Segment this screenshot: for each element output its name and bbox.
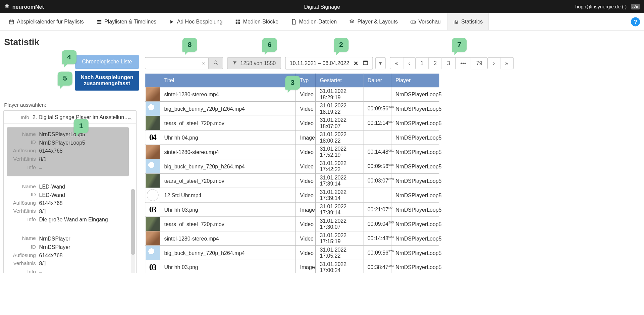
th-started[interactable]: Gestartet bbox=[315, 74, 363, 87]
row-thumb bbox=[145, 173, 160, 188]
row-started: 31.01.2022 17:39:14 bbox=[315, 173, 363, 188]
filter-button[interactable]: 1258 von 1550 bbox=[227, 57, 281, 69]
page-last-button[interactable]: » bbox=[500, 57, 514, 69]
player-info: Die große Wand am Eingang bbox=[39, 216, 125, 224]
play-icon bbox=[169, 19, 174, 24]
page-next-button[interactable]: › bbox=[488, 57, 500, 69]
row-player: NrnDSPlayerLoop5 bbox=[391, 231, 439, 246]
row-started: 31.01.2022 17:39:14 bbox=[315, 188, 363, 202]
th-title[interactable]: Titel bbox=[160, 74, 296, 87]
row-player: NrnDSPlayerLoop5 bbox=[391, 101, 439, 116]
row-thumb bbox=[145, 188, 160, 202]
th-thumb[interactable] bbox=[145, 74, 160, 87]
player-ratio: 8/1 bbox=[39, 208, 125, 216]
row-started: 31.01.2022 17:00:24 bbox=[315, 260, 363, 273]
callout-7: 7 bbox=[452, 38, 467, 52]
table-row[interactable]: 03 Uhr hh 03.png Image 31.01.2022 17:00:… bbox=[145, 260, 439, 273]
table-row[interactable]: tears_of_steel_720p.mov Video 31.01.2022… bbox=[145, 116, 439, 130]
page-title: Statistik bbox=[3, 34, 137, 53]
callout-8: 8 bbox=[182, 38, 197, 52]
table-row[interactable]: 04 Uhr hh 04.png Image 31.01.2022 18:00:… bbox=[145, 130, 439, 145]
nav-tab-list[interactable]: Playlisten & Timelines bbox=[90, 13, 163, 30]
nav-tab-label: Medien-Dateien bbox=[299, 18, 337, 24]
sidebar-scrollbar[interactable] bbox=[131, 189, 135, 273]
player-ratio: 8/1 bbox=[39, 260, 125, 268]
row-duration: 00:14:48023 bbox=[363, 231, 391, 246]
home-icon bbox=[4, 3, 10, 10]
row-type: Video bbox=[296, 116, 316, 130]
player-info: – bbox=[39, 268, 125, 273]
nav-tab-file[interactable]: Medien-Dateien bbox=[285, 13, 343, 30]
player-card[interactable]: NameNrnDSPlayer IDNrnDSPlayer Auflösung6… bbox=[7, 231, 129, 273]
row-started: 31.01.2022 18:29:19 bbox=[315, 87, 363, 102]
table-row[interactable]: big_buck_bunny_720p_h264.mp4 Video 31.01… bbox=[145, 246, 439, 260]
page-first-button[interactable]: « bbox=[390, 57, 403, 69]
table-row[interactable]: big_buck_bunny_720p_h264.mp4 Video 31.01… bbox=[145, 159, 439, 173]
date-clear-button[interactable]: ✕ bbox=[354, 60, 359, 67]
row-player: NrnDSPlayerLoop5 bbox=[391, 260, 439, 273]
page-2-button[interactable]: 2 bbox=[428, 57, 442, 69]
row-duration: 00:03:07628 bbox=[363, 173, 391, 188]
row-started: 31.01.2022 18:07:07 bbox=[315, 116, 363, 130]
nav-tab-play[interactable]: Ad Hoc Bespielung bbox=[163, 13, 229, 30]
row-thumb: 03 bbox=[145, 260, 160, 273]
page-1-button[interactable]: 1 bbox=[415, 57, 429, 69]
table-row[interactable]: tears_of_steel_720p.mov Video 31.01.2022… bbox=[145, 217, 439, 231]
filter-count: 1258 von 1550 bbox=[240, 60, 276, 66]
search-input[interactable] bbox=[145, 58, 199, 69]
search-group: × bbox=[145, 57, 223, 69]
page-prev-button[interactable]: ‹ bbox=[403, 57, 415, 69]
table-row[interactable]: tears_of_steel_720p.mov Video 31.01.2022… bbox=[145, 173, 439, 188]
player-res: 6144x768 bbox=[39, 147, 125, 155]
nav-tab-calendar[interactable]: Abspielkalender für Playlists bbox=[2, 13, 90, 30]
player-card[interactable]: NameLED-Wand IDLED-Wand Auflösung6144x76… bbox=[7, 179, 129, 228]
row-title: Uhr hh 03.png bbox=[160, 202, 296, 217]
brand[interactable]: neuroomNet bbox=[4, 3, 44, 10]
view-grouped-button[interactable]: Nach Ausspielungen zusammengefasst bbox=[75, 71, 139, 91]
player-info-header[interactable]: Info 2. Digital Signage Player im Ausste… bbox=[4, 111, 136, 124]
row-duration: 00:12:14987 bbox=[363, 116, 391, 130]
row-type: Video bbox=[296, 246, 316, 260]
row-player: NrnDSPlayerLoop5 bbox=[391, 188, 439, 202]
table-row[interactable]: 03 Uhr hh 03.png Image 31.01.2022 17:39:… bbox=[145, 202, 439, 217]
table-row[interactable]: big_buck_bunny_720p_h264.mp4 Video 31.01… bbox=[145, 101, 439, 116]
row-type: Video bbox=[296, 217, 316, 231]
page-ellipsis[interactable]: ••• bbox=[455, 57, 471, 69]
user-email[interactable]: hopp@insynergie.de ( ) bbox=[575, 4, 627, 9]
row-type: Video bbox=[296, 173, 316, 188]
view-chrono-button[interactable]: Chronologische Liste bbox=[75, 55, 139, 68]
table-row[interactable]: 12 Std Uhr.mp4 Video 31.01.2022 17:39:14… bbox=[145, 188, 439, 202]
lang-badge[interactable]: A/B bbox=[631, 4, 640, 9]
row-player: NrnDSPlayerLoop5 bbox=[391, 145, 439, 159]
nav-tab-chart[interactable]: Statistics bbox=[447, 13, 489, 30]
nav-tab-grid[interactable]: Medien-Blöcke bbox=[229, 13, 285, 30]
table-row[interactable]: sintel-1280-stereo.mp4 Video 31.01.2022 … bbox=[145, 231, 439, 246]
help-icon[interactable]: ? bbox=[631, 17, 640, 26]
search-button[interactable] bbox=[209, 58, 223, 69]
svg-rect-1 bbox=[363, 61, 368, 62]
page-3-button[interactable]: 3 bbox=[442, 57, 455, 69]
info-header-key: Info bbox=[8, 114, 33, 120]
table-row[interactable]: sintel-1280-stereo.mp4 Video 31.01.2022 … bbox=[145, 145, 439, 159]
nav-tab-layers[interactable]: Player & Layouts bbox=[343, 13, 404, 30]
row-player: NrnDSPlayerLoop5 bbox=[391, 217, 439, 231]
nav-tab-label: Abspielkalender für Playlists bbox=[17, 18, 84, 24]
th-duration[interactable]: Dauer bbox=[363, 74, 391, 87]
player-res: 6144x768 bbox=[39, 251, 125, 260]
th-player[interactable]: Player bbox=[391, 74, 439, 87]
page-79-button[interactable]: 79 bbox=[471, 57, 488, 69]
player-id: LED-Wand bbox=[39, 191, 125, 199]
row-thumb bbox=[145, 217, 160, 231]
row-thumb bbox=[145, 145, 160, 159]
player-card[interactable]: NameNrnDSPlayerLoop5 IDNrnDSPlayerLoop5 … bbox=[7, 127, 129, 176]
date-range-box[interactable]: 10.11.2021 – 06.04.2022 ✕ bbox=[285, 57, 373, 69]
filter-icon bbox=[232, 60, 237, 66]
search-clear-button[interactable]: × bbox=[199, 58, 209, 69]
pagination: « ‹ 123•••79 › » bbox=[390, 57, 514, 69]
row-started: 31.01.2022 17:05:22 bbox=[315, 246, 363, 260]
nav-tab-vr[interactable]: Vorschau bbox=[404, 13, 447, 30]
row-started: 31.01.2022 17:39:14 bbox=[315, 202, 363, 217]
row-started: 31.01.2022 18:00:22 bbox=[315, 130, 363, 145]
row-type: Video bbox=[296, 87, 316, 102]
date-dropdown-button[interactable]: ▾ bbox=[375, 57, 386, 69]
